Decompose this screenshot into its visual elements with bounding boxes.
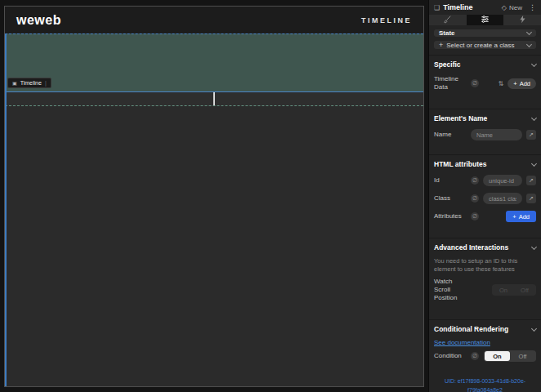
sidebar-tabs xyxy=(429,15,541,25)
chevron-down-icon xyxy=(531,60,537,66)
section-specific-header[interactable]: Specific xyxy=(434,60,536,69)
bind-formula-button[interactable]: ↗ xyxy=(526,176,536,185)
component-icon: ❏ xyxy=(434,4,440,11)
selection-badge-label: Timeline xyxy=(20,80,42,86)
weweb-editor: weweb TIMELINE ▣ Timeline | ❏ Timeline ◇… xyxy=(0,0,541,392)
section-conditional-rendering: Conditional Rendering See documentation … xyxy=(429,319,541,362)
sort-order-icon[interactable]: ⇅ xyxy=(499,80,504,87)
editor-canvas[interactable]: weweb TIMELINE ▣ Timeline | xyxy=(4,6,424,387)
sliders-icon xyxy=(481,15,490,25)
timeline-data-label: Timeline Data xyxy=(434,75,467,91)
class-label: Class xyxy=(434,194,467,203)
bind-formula-button[interactable]: ↗ xyxy=(526,130,536,140)
section-html-attributes-header[interactable]: HTML attributes xyxy=(434,160,536,168)
state-dropdown[interactable]: State xyxy=(434,29,536,37)
section-elements-name: Element's Name Name ↗ xyxy=(429,109,541,149)
element-icon: ▣ xyxy=(12,80,17,86)
section-html-attributes: HTML attributes Id ∅ ↗ Class ∅ ↗ Attribu… xyxy=(429,154,541,232)
section-conditional-rendering-title: Conditional Rendering xyxy=(434,325,508,333)
badge-divider: | xyxy=(45,80,47,86)
timeline-cell-left[interactable] xyxy=(5,92,213,105)
section-advanced-interactions: Advanced Interactions You need to setup … xyxy=(429,238,541,314)
watch-scroll-toggle: On Off xyxy=(492,284,536,296)
sidebar-header: ❏ Timeline ◇ New ⋮ xyxy=(429,0,541,14)
diamond-icon: ◇ xyxy=(502,4,507,11)
uid-text: UID: ef17f898-0033-41d8-b20e-f79fa084a8e… xyxy=(434,376,536,392)
settings-sidebar: ❏ Timeline ◇ New ⋮ xyxy=(428,0,541,392)
lightning-icon xyxy=(518,15,527,25)
chevron-down-icon xyxy=(531,160,537,166)
name-row: Name ↗ xyxy=(434,129,536,140)
section-elements-name-title: Element's Name xyxy=(434,114,487,122)
id-row: Id ∅ ↗ xyxy=(434,175,536,186)
toggle-off[interactable]: Off xyxy=(510,351,535,361)
state-label: State xyxy=(439,29,455,37)
advanced-note: You need to setup an ID to this element … xyxy=(434,257,536,274)
watch-scroll-label: Watch Scroll Position xyxy=(434,278,467,302)
watch-scroll-row: Watch Scroll Position On Off xyxy=(434,278,536,302)
section-elements-name-header[interactable]: Element's Name xyxy=(434,114,536,122)
id-label: Id xyxy=(434,176,467,185)
id-input[interactable] xyxy=(483,175,522,186)
toggle-on[interactable]: On xyxy=(485,351,510,361)
class-selector-label: Select or create a class xyxy=(446,42,514,49)
section-specific: Specific Timeline Data ∅ ⇅ + Add xyxy=(429,55,541,103)
uid-block: UID: ef17f898-0033-41d8-b20e-f79fa084a8e… xyxy=(429,376,541,392)
toggle-on: On xyxy=(493,285,514,295)
new-state-button[interactable]: ◇ New xyxy=(502,4,522,11)
timeline-cell-right[interactable] xyxy=(215,92,423,105)
class-input[interactable] xyxy=(483,193,522,204)
attributes-row: Attributes ∅ + Add xyxy=(434,211,536,222)
class-selector[interactable]: + Select or create a class xyxy=(434,41,536,49)
bind-icon[interactable]: ∅ xyxy=(471,352,479,360)
chevron-down-icon xyxy=(531,326,537,332)
bind-icon[interactable]: ∅ xyxy=(471,79,479,87)
timeline-data-add-button[interactable]: + Add xyxy=(507,78,536,89)
bind-formula-button[interactable]: ↗ xyxy=(526,194,536,203)
chevron-down-icon xyxy=(531,114,537,120)
name-label: Name xyxy=(434,131,467,139)
bind-icon[interactable]: ∅ xyxy=(471,176,479,185)
chevron-down-icon xyxy=(531,243,537,249)
plus-icon: + xyxy=(439,41,443,49)
nav-menu-timeline[interactable]: TIMELINE xyxy=(361,16,412,24)
selected-element-title: Timeline xyxy=(443,3,472,11)
chevron-down-icon xyxy=(526,29,532,35)
tab-workflows[interactable] xyxy=(503,15,541,25)
brush-icon xyxy=(443,15,452,25)
timeline-columns-row[interactable] xyxy=(5,92,423,106)
name-input[interactable] xyxy=(471,129,522,140)
new-label: New xyxy=(509,4,522,11)
chevron-down-icon xyxy=(526,41,532,47)
weweb-logo[interactable]: weweb xyxy=(16,13,61,28)
timeline-data-row: Timeline Data ∅ ⇅ + Add xyxy=(434,75,536,91)
section-conditional-rendering-header[interactable]: Conditional Rendering xyxy=(434,325,536,333)
page-body[interactable] xyxy=(5,106,423,386)
attributes-label: Attributes xyxy=(434,212,467,220)
selection-badge[interactable]: ▣ Timeline | xyxy=(7,78,51,88)
condition-toggle[interactable]: On Off xyxy=(484,350,536,362)
section-advanced-interactions-title: Advanced Interactions xyxy=(434,243,508,252)
plus-icon: + xyxy=(513,80,516,87)
section-advanced-interactions-header[interactable]: Advanced Interactions xyxy=(434,243,536,252)
condition-row: Condition ∅ On Off xyxy=(434,350,536,362)
see-documentation-link[interactable]: See documentation xyxy=(434,339,490,346)
selection-outline-left xyxy=(5,33,7,386)
section-specific-title: Specific xyxy=(434,60,461,69)
tab-style[interactable] xyxy=(429,15,467,25)
attributes-add-button[interactable]: + Add xyxy=(506,211,536,222)
page-navbar[interactable]: weweb TIMELINE xyxy=(5,7,423,33)
hero-section[interactable]: ▣ Timeline | xyxy=(5,33,423,92)
toggle-off: Off xyxy=(514,285,535,295)
condition-label: Condition xyxy=(434,352,467,360)
kebab-menu-icon[interactable]: ⋮ xyxy=(529,3,536,11)
tab-settings[interactable] xyxy=(467,15,504,25)
section-html-attributes-title: HTML attributes xyxy=(434,160,487,168)
bind-icon[interactable]: ∅ xyxy=(471,212,479,220)
bind-icon[interactable]: ∅ xyxy=(471,194,479,203)
class-row: Class ∅ ↗ xyxy=(434,193,536,204)
plus-icon: + xyxy=(512,213,516,220)
